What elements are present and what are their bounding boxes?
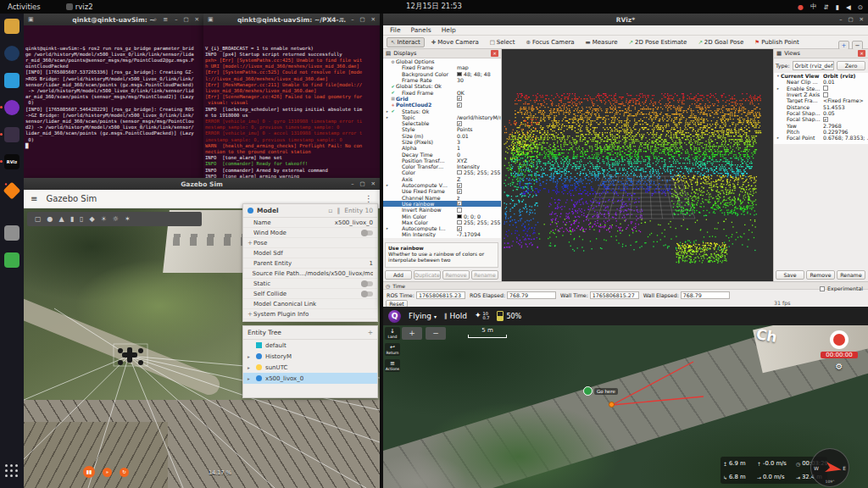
terminal2-output[interactable]: V_{i}_BROADCAST = 1 to enable network)IN… bbox=[203, 25, 380, 178]
display-property-row[interactable]: ▸ Autocompute I… bbox=[383, 225, 501, 231]
dock-qgroundcontrol-icon[interactable] bbox=[4, 100, 19, 115]
display-property-row[interactable]: Axis Z bbox=[383, 176, 501, 182]
power-icon[interactable]: ⊙ bbox=[858, 3, 863, 11]
zoom-in-button[interactable]: + bbox=[402, 327, 422, 340]
input-method-icon[interactable]: 中 bbox=[810, 3, 817, 11]
time-field-value[interactable]: 1765806815.23 bbox=[416, 291, 465, 299]
display-property-row[interactable]: Use Fixed Frame bbox=[383, 188, 501, 194]
display-property-row[interactable]: PointCloud2 bbox=[383, 102, 501, 108]
displays-tree[interactable]: Global Options Fixed Frame bbox=[383, 58, 501, 238]
display-property-row[interactable]: Min Intensity -7.17094 bbox=[383, 231, 501, 237]
fly-action-button[interactable]: ↓ Land bbox=[385, 327, 400, 340]
minimize-button[interactable]: – bbox=[351, 180, 353, 187]
menu-panels[interactable]: Panels bbox=[411, 26, 431, 34]
color-swatch[interactable] bbox=[457, 214, 462, 219]
model-property-row[interactable]: Name x500_livox_0 bbox=[243, 218, 377, 228]
checkbox[interactable] bbox=[457, 208, 462, 213]
display-property-row[interactable]: Color 255; 255; 255 bbox=[383, 169, 501, 175]
gear-icon[interactable]: ⚙ bbox=[821, 362, 858, 371]
checkbox[interactable] bbox=[823, 92, 828, 97]
gazebo-titlebar[interactable]: Gazebo Sim –▢✕ bbox=[24, 178, 380, 190]
toggle-switch[interactable] bbox=[361, 281, 373, 286]
view-property-row[interactable]: Near Clip … 0.01 bbox=[774, 79, 868, 85]
network-icon[interactable]: ⇵ bbox=[823, 3, 828, 11]
views-tree[interactable]: ▾ Current View Orbit (rviz) Near Clip … bbox=[774, 73, 868, 144]
gps-indicator[interactable]: ✦ 10 0.7 bbox=[475, 312, 490, 321]
rviz-tool-button[interactable]: ↗ 2D Goal Pose bbox=[693, 37, 748, 47]
terminal1-output[interactable]: qinkt@qinkt-uavSim:~$ ros2 run ros_gz_br… bbox=[24, 25, 203, 178]
view-property-row[interactable]: Distance 51.4553 bbox=[774, 103, 868, 109]
view-property-row[interactable]: Yaw 2.7968 bbox=[774, 122, 868, 128]
shape-tool-icon[interactable]: ● bbox=[47, 215, 53, 223]
checkbox[interactable] bbox=[823, 86, 828, 91]
battery-indicator[interactable]: 50% bbox=[497, 311, 521, 321]
dock-files-icon[interactable] bbox=[4, 19, 19, 34]
volume-icon[interactable]: ◀ bbox=[846, 3, 851, 11]
model-property-row[interactable]: Static bbox=[243, 279, 377, 289]
record-button[interactable] bbox=[830, 330, 849, 349]
model-property-row[interactable]: + System Plugin Info bbox=[243, 309, 377, 319]
search-icon[interactable]: ⌕ bbox=[330, 16, 333, 23]
display-property-row[interactable]: Selectable bbox=[383, 120, 501, 126]
dock-vscode-icon[interactable] bbox=[4, 73, 19, 88]
minimize-button[interactable]: – bbox=[175, 16, 177, 23]
view-property-row[interactable]: Target Fra… <Fixed Frame> bbox=[774, 97, 868, 103]
close-button[interactable]: ✕ bbox=[860, 16, 864, 23]
displays-action-button[interactable]: Rename bbox=[471, 270, 498, 280]
checkbox[interactable] bbox=[457, 189, 462, 194]
menu-help[interactable]: Help bbox=[442, 26, 456, 34]
maximize-button[interactable]: ▢ bbox=[848, 16, 853, 23]
fly-action-button[interactable]: ≡ Actions bbox=[385, 359, 400, 372]
zero-button[interactable]: Zero bbox=[837, 61, 865, 70]
pause-panel-icon[interactable]: ‖ bbox=[337, 207, 340, 214]
dock-browser-icon[interactable] bbox=[4, 46, 19, 61]
shape-tool-icon[interactable]: ▮ bbox=[70, 215, 74, 223]
display-property-row[interactable]: Alpha 1 bbox=[383, 145, 501, 151]
display-property-row[interactable]: Grid bbox=[383, 96, 501, 102]
display-property-row[interactable]: ▸ Autocompute V… bbox=[383, 182, 501, 188]
add-entity-icon[interactable]: + bbox=[368, 329, 373, 336]
rviz-tool-button[interactable]: ✚ Move Camera bbox=[427, 37, 483, 47]
time-field-value[interactable]: 768.79 bbox=[507, 291, 556, 299]
battery-icon[interactable]: ▮ bbox=[836, 3, 839, 11]
display-property-row[interactable]: ▸ Status: Ok bbox=[383, 108, 501, 114]
display-property-row[interactable]: Style Points bbox=[383, 126, 501, 132]
entity-tree-item[interactable]: ▸ x500_livox_0 bbox=[243, 373, 377, 384]
model-property-row[interactable]: Parent Entity 1 bbox=[243, 258, 377, 269]
maximize-button[interactable]: ▢ bbox=[359, 16, 364, 23]
checkbox[interactable] bbox=[457, 226, 462, 231]
model-property-row[interactable]: Self Collide bbox=[243, 289, 377, 299]
waypoint-marker[interactable] bbox=[609, 402, 615, 408]
toggle-switch[interactable] bbox=[361, 291, 373, 297]
color-swatch[interactable] bbox=[457, 72, 462, 76]
checkbox[interactable] bbox=[457, 103, 462, 108]
minimize-button[interactable]: – bbox=[351, 16, 353, 23]
display-property-row[interactable]: Global Status: Ok bbox=[383, 83, 501, 89]
close-panel-icon[interactable]: ✕ bbox=[858, 50, 865, 57]
entity-tree-item[interactable]: ▸ HistoryM bbox=[243, 351, 377, 362]
view-property-row[interactable]: ▾ Current View Orbit (rviz) bbox=[774, 73, 868, 79]
rviz-tool-button[interactable]: □ Select bbox=[486, 37, 520, 47]
model-property-row[interactable]: + Pose bbox=[243, 238, 377, 248]
dock-rviz-icon[interactable]: RViz bbox=[4, 154, 19, 169]
checkbox[interactable] bbox=[457, 183, 462, 188]
recorder-indicator-icon[interactable]: ● bbox=[798, 3, 804, 11]
views-action-button[interactable]: Save bbox=[776, 270, 804, 280]
activities-button[interactable]: Activities bbox=[8, 3, 41, 11]
view-property-row[interactable]: ▸ Focal Point 0.6768; 7.8353; … bbox=[774, 135, 868, 141]
terminal1-titlebar[interactable]: ▣ qinkt@qinkt-uavSim: ~ ⌕≡ –▢✕ bbox=[24, 14, 203, 25]
color-swatch[interactable] bbox=[457, 220, 462, 225]
close-button[interactable]: ✕ bbox=[195, 16, 199, 23]
views-action-button[interactable]: Rename bbox=[837, 270, 865, 280]
close-button[interactable]: ✕ bbox=[371, 16, 376, 23]
rviz-tool-button[interactable]: ↗ 2D Pose Estimate bbox=[625, 37, 692, 47]
zoom-out-button[interactable]: − bbox=[426, 327, 446, 340]
display-property-row[interactable]: Size (m) 0.01 bbox=[383, 133, 501, 139]
checkbox[interactable] bbox=[457, 121, 462, 126]
display-property-row[interactable]: ▸ Topic /world/historyM/mod… bbox=[383, 114, 501, 120]
shape-tool-icon[interactable]: ▯ bbox=[80, 215, 83, 223]
checkbox[interactable] bbox=[823, 117, 828, 122]
display-property-row[interactable]: Background Color 48; 48; 48 bbox=[383, 71, 501, 77]
display-property-row[interactable]: Max Color 255; 255; 255 bbox=[383, 219, 501, 225]
display-property-row[interactable]: Fixed Frame OK bbox=[383, 89, 501, 95]
